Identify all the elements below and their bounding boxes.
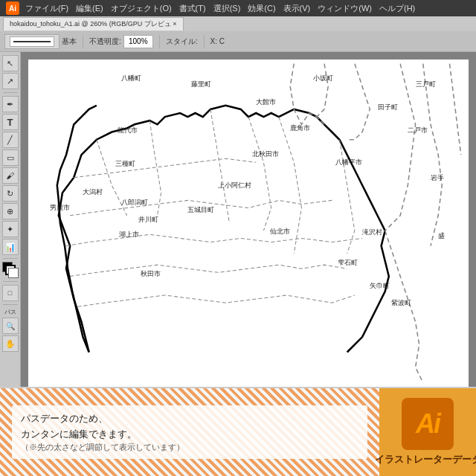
color-selector[interactable] <box>2 262 19 278</box>
label-odate: 大館市 <box>256 98 276 106</box>
main-content: ↖ ↗ ✒ T ╱ ▭ 🖌 ↻ ⊕ ✦ 📊 □ パス 🔍 ✋ <box>0 52 476 387</box>
label-shiwa: 紫波町 <box>391 299 411 306</box>
label-hachinohe: 八幡町 <box>121 74 141 82</box>
label-kamikoani: 湖上市 <box>119 231 139 238</box>
label-iwate: 岩手 <box>431 174 444 181</box>
toolbar-opacity: 不透明度: 100% <box>89 35 153 48</box>
label-ogata: 大潟村 <box>83 188 103 196</box>
rotate-tool[interactable]: ↻ <box>2 185 19 202</box>
tab-filename: hokaidou_tohoku_A1.ai @ 260% (RGB/GPU プレ… <box>10 19 177 29</box>
menu-window[interactable]: ウィンドウ(W) <box>318 3 372 14</box>
toolbar-divider-1 <box>83 35 83 48</box>
menu-format[interactable]: 書式(T) <box>179 3 206 14</box>
tool-divider-3 <box>3 281 18 282</box>
menu-object[interactable]: オブジェクト(O) <box>111 3 172 14</box>
menu-effect[interactable]: 効果(C) <box>248 3 275 14</box>
desc-line3: （※先の太さなど調節して表示しています） <box>21 442 358 453</box>
hand-tool[interactable]: ✋ <box>2 335 19 352</box>
line-tool[interactable]: ╱ <box>2 132 19 148</box>
stroke-selector[interactable] <box>4 34 60 49</box>
stroke-line <box>13 41 51 42</box>
brush-tool[interactable]: 🖌 <box>2 167 19 184</box>
type-tool[interactable]: T <box>2 114 19 130</box>
menu-edit[interactable]: 編集(E) <box>76 3 103 14</box>
label-kazuno: 鹿角市 <box>290 124 310 132</box>
label-fujisato: 藤里町 <box>191 80 211 88</box>
svg-rect-0 <box>28 64 469 383</box>
ai-logo-title: Ai <box>6 1 19 15</box>
blend-tool[interactable]: ⊕ <box>2 203 19 219</box>
label-oga: 男鹿市 <box>50 204 70 211</box>
menu-help[interactable]: ヘルプ(H) <box>379 3 415 14</box>
zoom-tool[interactable]: 🔍 <box>2 318 19 334</box>
label-mori: 盛 <box>438 232 445 239</box>
label-semboku: 仙北市 <box>270 228 290 235</box>
bottom-left-panel: パスデータのため、 カンタンに編集できます。 （※先の太さなど調節して表示してい… <box>0 388 379 476</box>
bottom-right-panel: Ai イラストレーターデータ <box>379 388 476 476</box>
bottom-panel: パスデータのため、 カンタンに編集できます。 （※先の太さなど調節して表示してい… <box>0 387 476 476</box>
ai-logo-box: Ai <box>402 398 454 450</box>
label-akita: 秋田市 <box>141 270 161 277</box>
label-hachirogata: 八郎潟町 <box>121 199 148 207</box>
opacity-input[interactable]: 100% <box>123 35 153 48</box>
select-tool[interactable]: ↖ <box>2 55 19 71</box>
menu-bar: ファイル(F) 編集(E) オブジェクト(O) 書式(T) 選択(S) 効果(C… <box>25 3 415 14</box>
menu-file[interactable]: ファイル(F) <box>25 3 68 14</box>
opacity-label: 不透明度: <box>89 36 121 47</box>
label-hachimantai: 八幡平市 <box>335 158 362 166</box>
map-svg: 八幡町 藤里町 小坂町 三戸町 大館市 田子町 鹿角市 二戸市 能代市 三種町 … <box>28 60 469 387</box>
toolbar-coords: X: C <box>210 37 225 45</box>
pen-tool[interactable]: ✒ <box>2 96 19 112</box>
label-shizukuishi: 雫石町 <box>338 259 358 266</box>
description-box: パスデータのため、 カンタンに編集できます。 （※先の太さなど調節して表示してい… <box>12 405 367 460</box>
desc-line2: カンタンに編集できます。 <box>21 427 358 443</box>
main-toolbar: 基本 不透明度: 100% スタイル: X: C <box>0 31 476 52</box>
label-noshiro: 能代市 <box>118 126 138 134</box>
stroke-preview <box>10 36 54 47</box>
ai-logo: Ai <box>416 408 440 440</box>
menu-view[interactable]: 表示(V) <box>283 3 311 14</box>
toolbar-divider-2 <box>159 35 160 48</box>
label-kosaka: 小坂町 <box>313 74 333 82</box>
menu-select[interactable]: 選択(S) <box>213 3 241 14</box>
screen-mode[interactable]: □ <box>2 285 19 301</box>
shape-tool[interactable]: ▭ <box>2 149 19 166</box>
stroke-label: 基本 <box>62 36 77 47</box>
document-tab[interactable]: hokaidou_tohoku_A1.ai @ 260% (RGB/GPU プレ… <box>3 17 184 30</box>
label-takko: 田子町 <box>378 103 398 111</box>
label-yahaba: 矢巾町 <box>370 282 390 289</box>
label-sannohe: 三戸町 <box>416 80 436 88</box>
bottom-caption: イラストレーターデータ <box>375 453 477 466</box>
toolbar-divider-3 <box>204 35 205 48</box>
label-mitane: 三種町 <box>115 160 135 167</box>
toolbar-style: スタイル: <box>166 36 198 47</box>
desc-line1: パスデータのため、 <box>21 411 358 427</box>
tool-divider-4 <box>3 304 18 305</box>
x-label: X: C <box>210 37 225 45</box>
app-window: Ai ファイル(F) 編集(E) オブジェクト(O) 書式(T) 選択(S) 効… <box>0 0 476 476</box>
label-ninohe: 二戸市 <box>408 126 428 134</box>
canvas-area[interactable]: 八幡町 藤里町 小坂町 三戸町 大館市 田子町 鹿角市 二戸市 能代市 三種町 … <box>21 52 476 387</box>
background-color[interactable] <box>8 268 19 278</box>
eyedropper-tool[interactable]: ✦ <box>2 221 19 237</box>
label-kitaakita: 北秋田市 <box>252 150 279 158</box>
tool-divider-2 <box>3 258 18 259</box>
label-kamikita: 上小阿仁村 <box>218 181 251 189</box>
tab-bar: hokaidou_tohoku_A1.ai @ 260% (RGB/GPU プレ… <box>0 16 476 31</box>
tool-divider-1 <box>3 92 18 93</box>
style-label: スタイル: <box>166 36 198 47</box>
label-gojome: 五城目町 <box>187 206 214 213</box>
label-takizawa: 滝沢村 <box>362 228 382 236</box>
graph-tool[interactable]: 📊 <box>2 239 19 255</box>
title-bar: Ai ファイル(F) 編集(E) オブジェクト(O) 書式(T) 選択(S) 効… <box>0 0 476 16</box>
paths-label: パス <box>4 308 16 316</box>
left-toolbar: ↖ ↗ ✒ T ╱ ▭ 🖌 ↻ ⊕ ✦ 📊 □ パス 🔍 ✋ <box>0 52 21 387</box>
toolbar-left: 基本 <box>4 34 77 49</box>
canvas: 八幡町 藤里町 小坂町 三戸町 大館市 田子町 鹿角市 二戸市 能代市 三種町 … <box>28 60 469 387</box>
direct-select-tool[interactable]: ↗ <box>2 73 19 89</box>
label-ikawa: 井川町 <box>138 216 158 223</box>
